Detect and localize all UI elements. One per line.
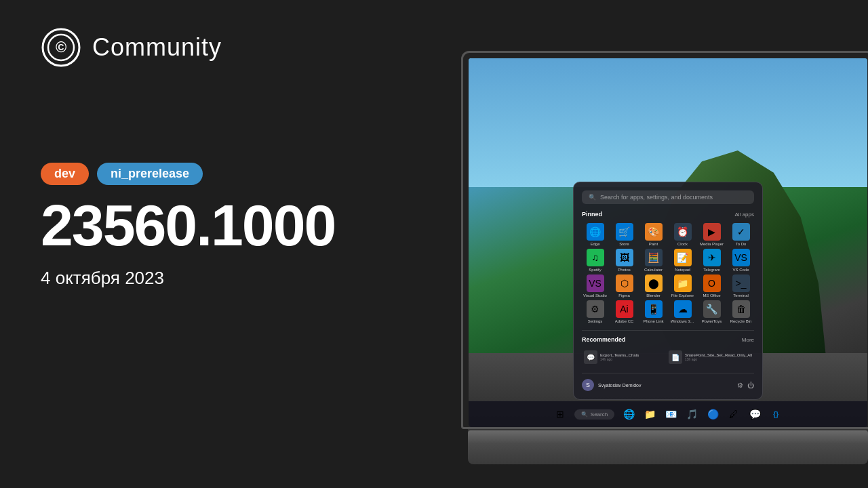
user-actions: ⚙ ⏻ bbox=[737, 382, 754, 389]
settings-action-icon[interactable]: ⚙ bbox=[737, 382, 743, 389]
list-item[interactable]: 🎨 Paint bbox=[640, 223, 667, 246]
paint-icon: 🎨 bbox=[645, 223, 663, 241]
pinned-apps-grid: 🌐 Edge 🛒 Store 🎨 Paint bbox=[582, 223, 754, 323]
list-item[interactable]: ☁ Windows 365 bbox=[669, 300, 696, 323]
mediaplayer-icon: ▶ bbox=[703, 223, 721, 241]
badge-dev: dev bbox=[41, 163, 89, 185]
list-item[interactable]: 💬 Export_Teams_Chats 14h ago bbox=[582, 348, 664, 366]
list-item[interactable]: ✓ To Do bbox=[728, 223, 754, 246]
taskbar-edge-icon[interactable]: 🌐 bbox=[619, 405, 638, 424]
badges-container: dev ni_prerelease bbox=[41, 163, 393, 185]
recyclebin-icon: 🗑 bbox=[732, 300, 750, 318]
taskbar-spotify-icon[interactable]: 🎵 bbox=[682, 405, 701, 424]
figma-icon: ⬡ bbox=[616, 274, 633, 292]
list-item[interactable]: O MS Office bbox=[698, 274, 725, 298]
vscode-icon: VS bbox=[732, 249, 750, 266]
taskbar-vscode-icon[interactable]: {} bbox=[766, 405, 785, 424]
phonelink-icon: 📱 bbox=[645, 300, 663, 318]
logo-area: © Community bbox=[41, 27, 393, 68]
svg-text:©: © bbox=[56, 39, 66, 56]
taskbar-blender-icon[interactable]: 🔵 bbox=[703, 405, 722, 424]
start-search-placeholder: Search for apps, settings, and documents bbox=[600, 194, 713, 201]
list-item[interactable]: ✈ Telegram bbox=[698, 249, 725, 272]
windows365-icon: ☁ bbox=[674, 300, 692, 318]
list-item[interactable]: ▶ Media Player bbox=[698, 223, 725, 246]
search-icon: 🔍 bbox=[589, 194, 596, 201]
blender-icon: ⬤ bbox=[645, 274, 663, 292]
start-menu: 🔍 Search for apps, settings, and documen… bbox=[573, 182, 763, 400]
clock-icon: ⏰ bbox=[674, 223, 692, 241]
settings-icon: ⚙ bbox=[587, 300, 604, 318]
list-item[interactable]: >_ Terminal bbox=[728, 274, 754, 298]
list-item[interactable]: ⏰ Clock bbox=[669, 223, 696, 246]
list-item[interactable]: 🌐 Edge bbox=[582, 223, 608, 246]
avatar: S bbox=[582, 379, 594, 391]
logo-text: Community bbox=[92, 33, 222, 62]
taskbar-pen-icon[interactable]: 🖊 bbox=[724, 405, 743, 424]
visualstudio-icon: VS bbox=[587, 274, 604, 292]
version-number: 23560.1000 bbox=[41, 196, 393, 254]
user-info[interactable]: S Svyatoslav Demidov bbox=[582, 379, 641, 391]
community-logo-icon: © bbox=[41, 27, 81, 68]
recommended-label: Recommended bbox=[582, 336, 626, 343]
list-item[interactable]: ⚙ Settings bbox=[582, 300, 608, 323]
list-item[interactable]: ⬡ Figma bbox=[611, 274, 637, 298]
spotify-icon: ♫ bbox=[587, 249, 604, 266]
store-icon: 🛒 bbox=[616, 223, 633, 241]
list-item[interactable]: 🔧 PowerToys bbox=[698, 300, 725, 323]
taskbar-teams-icon[interactable]: 💬 bbox=[745, 405, 764, 424]
taskbar-icons: ⊞ 🔍 Search 🌐 📁 📧 🎵 🔵 🖊 💬 bbox=[551, 405, 785, 424]
recommended-items: 💬 Export_Teams_Chats 14h ago 📄 bbox=[582, 348, 754, 366]
terminal-icon: >_ bbox=[732, 274, 750, 292]
desktop-wallpaper: 🔍 Search for apps, settings, and documen… bbox=[469, 58, 867, 427]
recommended-section: Recommended More 💬 Export_Teams_Chats 14… bbox=[582, 330, 754, 366]
all-apps-link[interactable]: All apps bbox=[735, 211, 754, 218]
more-link[interactable]: More bbox=[742, 337, 754, 343]
list-item[interactable]: 📱 Phone Link bbox=[640, 300, 667, 323]
power-action-icon[interactable]: ⏻ bbox=[747, 382, 754, 389]
taskbar-search-icon: 🔍 bbox=[581, 411, 588, 418]
taskbar-search-placeholder: Search bbox=[591, 411, 608, 418]
start-button[interactable]: ⊞ bbox=[551, 405, 570, 424]
left-panel: © Community dev ni_prerelease 23560.1000… bbox=[0, 0, 434, 488]
list-item[interactable]: ⬤ Blender bbox=[640, 274, 667, 298]
taskbar-search[interactable]: 🔍 Search bbox=[574, 409, 614, 420]
laptop-body bbox=[468, 430, 868, 464]
list-item[interactable]: ♫ Spotify bbox=[582, 249, 608, 272]
wallpaper-sky bbox=[469, 58, 867, 187]
list-item[interactable]: 🛒 Store bbox=[611, 223, 637, 246]
release-date: 4 октября 2023 bbox=[41, 268, 393, 289]
list-item[interactable]: Ai Adobe CC bbox=[611, 300, 637, 323]
list-item[interactable]: 🧮 Calculator bbox=[640, 249, 667, 272]
photos-icon: 🖼 bbox=[616, 249, 633, 266]
start-search-bar[interactable]: 🔍 Search for apps, settings, and documen… bbox=[582, 190, 754, 204]
list-item[interactable]: 📝 Notepad bbox=[669, 249, 696, 272]
start-user-bar: S Svyatoslav Demidov ⚙ ⏻ bbox=[582, 373, 754, 391]
list-item[interactable]: 📄 SharePoint_Site_Set_Read_Only_All 13h … bbox=[667, 348, 754, 366]
list-item[interactable]: VS VS Code bbox=[728, 249, 754, 272]
taskbar-fileexplorer-icon[interactable]: 📁 bbox=[640, 405, 659, 424]
adobecc-icon: Ai bbox=[616, 300, 633, 318]
list-item[interactable]: 📁 File Explorer bbox=[669, 274, 696, 298]
pinned-label: Pinned bbox=[582, 211, 602, 218]
taskbar-mail-icon[interactable]: 📧 bbox=[661, 405, 680, 424]
todo-icon: ✓ bbox=[732, 223, 750, 241]
recommended-header: Recommended More bbox=[582, 336, 754, 343]
list-item[interactable]: 🖼 Photos bbox=[611, 249, 637, 272]
list-item[interactable]: 🗑 Recycle Bin bbox=[728, 300, 754, 323]
telegram-icon: ✈ bbox=[703, 249, 721, 266]
teams-chat-icon: 💬 bbox=[584, 350, 597, 364]
msoffice-icon: O bbox=[703, 274, 721, 292]
taskbar: ⊞ 🔍 Search 🌐 📁 📧 🎵 🔵 🖊 💬 bbox=[469, 401, 867, 427]
laptop-screen-inner: 🔍 Search for apps, settings, and documen… bbox=[469, 58, 867, 427]
laptop-screen: 🔍 Search for apps, settings, and documen… bbox=[461, 51, 868, 429]
calculator-icon: 🧮 bbox=[645, 249, 663, 266]
badge-prerelease: ni_prerelease bbox=[97, 163, 203, 185]
powertoys-icon: 🔧 bbox=[703, 300, 721, 318]
list-item[interactable]: VS Visual Studio bbox=[582, 274, 608, 298]
notepad-icon: 📝 bbox=[674, 249, 692, 266]
edge-icon: 🌐 bbox=[587, 223, 604, 241]
pinned-section-header: Pinned All apps bbox=[582, 211, 754, 218]
user-name: Svyatoslav Demidov bbox=[598, 383, 641, 388]
right-panel: 🔍 Search for apps, settings, and documen… bbox=[434, 0, 868, 488]
